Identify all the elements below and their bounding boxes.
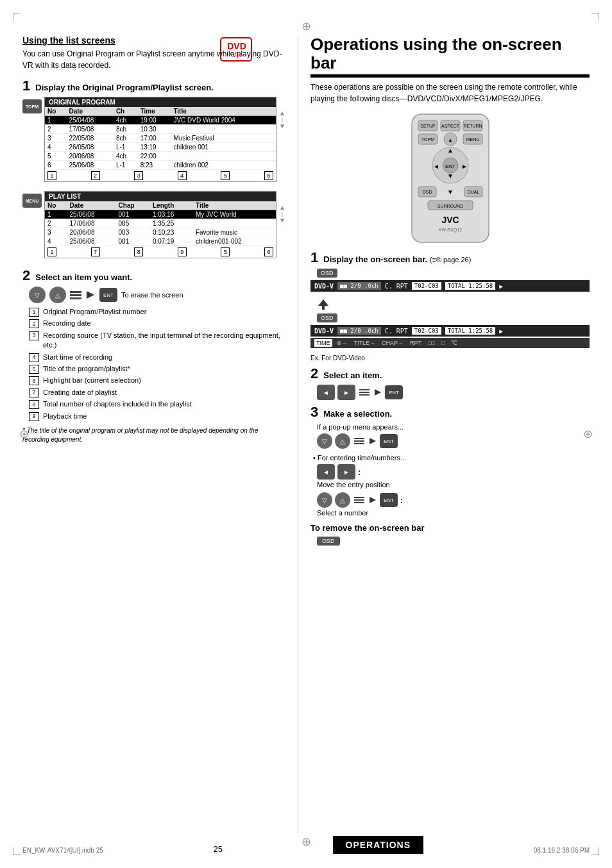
svg-text:►: ► [461,163,468,170]
svg-text:DUAL: DUAL [467,190,479,194]
table-row: 625/06/08L-18:23children 002 [45,161,276,170]
items-list: 1 Original Program/Playlist number 2 Rec… [29,307,285,421]
page-title: Operations using the on-screen bar [310,35,590,78]
svg-text:RETURN: RETURN [463,124,482,128]
right-arrow-enter[interactable]: ► [337,464,355,480]
corner-mark-tl [13,13,21,21]
footnote: * The title of the original program or p… [22,426,285,444]
svg-text:ENT: ENT [445,163,455,169]
play-list-header: PLAY LIST [45,192,276,201]
table-row: 322/05/088ch17:00Music Festival [45,134,276,143]
move-entry-label: Move the entry position [317,481,590,488]
operations-tab: OPERATIONS [333,836,424,854]
svg-text:▼: ▼ [447,188,454,196]
list-item: 1 Original Program/Playlist number [29,307,285,317]
left-arrow-btn[interactable]: ◄ [317,385,335,400]
for-entering-label: • For entering time/numbers... [313,454,590,462]
svg-text:SURROUND: SURROUND [437,204,463,208]
right-step1-text: Display the on-screen bar. (≡® page 26) [323,255,471,264]
svg-text:▲: ▲ [447,147,454,154]
svg-text:SETUP: SETUP [420,124,436,128]
topm-btn[interactable]: TOPM [22,99,42,113]
down-btn-enter[interactable]: ▽ [317,492,332,508]
table-row: 425/06/080010:07:19children001-002 [45,237,276,246]
right-step2-num: 2 [310,367,318,381]
svg-marker-33 [318,299,328,306]
osd-btn-remove[interactable]: OSD [317,537,340,546]
svg-text:OSD: OSD [422,190,432,194]
down-btn-3[interactable]: ▽ [317,433,332,449]
to-remove-label: To remove the on-screen bar [310,523,590,533]
right-step3-text: Make a selection. [323,409,392,419]
right-step1-num: 1 [310,251,318,265]
ent-btn-enter[interactable]: ENT [380,493,398,507]
compass-top: ⊕ [302,19,311,33]
list-item: 2 Recording date [29,319,285,328]
step1-num: 1 [22,79,30,93]
step3-sub: If a pop-up menu appears... [317,423,590,431]
original-program-table: NoDateChTimeTitle 125/04/084ch19:00JVC D… [45,107,276,170]
svg-rect-34 [322,306,325,310]
list-item: 9 Playback time [29,412,285,421]
osd-btn-2[interactable]: OSD [317,313,337,322]
table-row: 520/06/084ch22:00 [45,152,276,161]
left-arrow-enter[interactable]: ◄ [317,464,335,480]
svg-text:TOPM: TOPM [421,137,434,142]
svg-text:JVC: JVC [441,215,459,225]
colon-label-2: : [400,496,403,505]
table-row: 125/06/080011:03:16My JVC World [45,210,276,219]
corner-mark-tr [591,13,599,21]
osd-btn-1[interactable]: OSD [317,269,337,278]
step1-text: Display the Original Program/Playlist sc… [35,83,213,92]
svg-text:ASPECT: ASPECT [441,124,459,128]
vertical-divider [298,35,298,833]
svg-marker-3 [87,291,94,299]
up-arrow-btn[interactable]: △ [49,287,66,303]
svg-text:KW-RXQ12: KW-RXQ12 [438,228,462,233]
up-btn-3[interactable]: △ [335,433,350,449]
remote-image: SETUP ASPECT RETURN TOPM ▲ MENU ▲ ▼ ◄ ► [310,111,590,246]
svg-marker-37 [370,497,376,503]
svg-text:◄: ◄ [433,163,439,170]
svg-text:VR: VR [232,51,241,58]
ent-btn[interactable]: ENT [99,288,117,302]
right-arrow-btn[interactable]: ► [337,385,355,400]
svg-marker-35 [375,389,381,396]
step2-num: 2 [22,269,30,283]
svg-text:DVD: DVD [227,41,246,51]
svg-text:▲: ▲ [448,137,453,143]
menu-btn[interactable]: MENU [22,194,42,208]
table-row: 217/05/088ch10:30 [45,125,276,134]
screen-num-row-playlist: 1 7 8 9 5 6 [45,246,276,258]
table-row: 125/04/084ch19:00JVC DVD World 2004 [45,116,276,125]
table-row: 426/05/08L-113:19children 001 [45,143,276,152]
ent-btn-3[interactable]: ENT [380,434,398,448]
dvd-vr-logo: DVD VR [220,33,253,66]
slider-icon [70,291,81,299]
corner-mark-br [591,847,599,855]
select-num-label: Select a number [317,509,590,517]
right-step2-text: Select an item. [323,371,382,380]
step2-text: Select an item you want. [35,272,132,282]
list-item: 8 Total number of chapters included in t… [29,399,285,409]
page-number: 25 [213,844,222,854]
right-step3-num: 3 [310,405,318,419]
to-erase-label: To erase the screen [121,291,183,299]
up-btn-enter[interactable]: △ [335,492,350,508]
down-arrow-icon [317,298,330,311]
ent-btn-2[interactable]: ENT [385,385,403,399]
original-program-header: ORIGINAL PROGRAM [45,97,276,107]
footer-left: EN_KW-AVX714[UI].indb 25 [22,847,103,854]
table-row: 217/06/080051:35:25 [45,219,276,228]
ex-label: Ex. For DVD-Video [310,355,590,362]
list-item: 3 Recording source (TV station, the inpu… [29,331,285,351]
table-row: 320/06/080030:10:23Favorite music [45,228,276,237]
corner-mark-bl [13,847,21,855]
colon-label: : [358,467,361,477]
down-arrow-btn[interactable]: ▽ [29,287,46,303]
arrow-right-icon [85,290,96,300]
screen-num-row: 1 2 3 4 5 6 [45,170,276,181]
svg-marker-36 [370,438,376,444]
svg-text:MENU: MENU [466,137,479,142]
osd-bar-before: DVD-V ■■ 2/0 .0ch C. RPT T02-C03 TOTAL 1… [310,280,590,292]
